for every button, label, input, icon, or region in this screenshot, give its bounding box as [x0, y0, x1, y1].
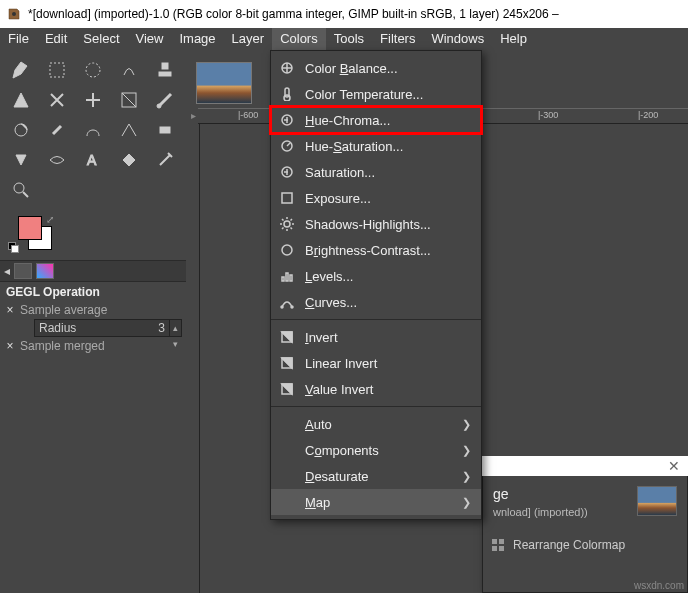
menu-layer[interactable]: Layer [224, 28, 273, 50]
colors-menu-dropdown: Color Balance...Color Temperature...Hue-… [270, 50, 482, 520]
tool-brush[interactable] [148, 86, 182, 114]
menu-item-hue-chroma[interactable]: Hue-Chroma... [271, 107, 481, 133]
default-colors-icon[interactable] [8, 242, 18, 252]
svg-rect-29 [499, 539, 504, 544]
tool-move[interactable] [4, 56, 38, 84]
circle-icon [279, 242, 295, 258]
tool-options-panel: ◂ GEGL Operation × Sample average Radius… [0, 260, 186, 354]
window-title-bar: *[download] (imported)-1.0 (RGB color 8-… [0, 0, 688, 28]
inv-icon [279, 355, 295, 371]
tool-bucket[interactable] [4, 146, 38, 174]
menu-item-label: Hue-Saturation... [305, 139, 471, 154]
vertical-ruler[interactable] [186, 124, 200, 593]
tool-blur[interactable] [40, 146, 74, 174]
menu-edit[interactable]: Edit [37, 28, 75, 50]
menu-file[interactable]: File [0, 28, 37, 50]
panel-title: GEGL Operation [0, 282, 186, 302]
option-sample-merged-label: Sample merged [20, 339, 105, 353]
menu-filters[interactable]: Filters [372, 28, 423, 50]
menu-item-desaturate[interactable]: Desaturate❯ [271, 463, 481, 489]
menu-item-auto[interactable]: Auto❯ [271, 411, 481, 437]
tool-transform[interactable] [76, 86, 110, 114]
close-row-icon[interactable]: × [4, 303, 16, 317]
image-thumbnail[interactable] [196, 62, 252, 104]
blank-icon [279, 416, 295, 432]
close-icon[interactable]: ✕ [668, 458, 680, 474]
menu-windows[interactable]: Windows [423, 28, 492, 50]
menu-item-shadows-highlights[interactable]: Shadows-Highlights... [271, 211, 481, 237]
menu-item-saturation[interactable]: Saturation... [271, 159, 481, 185]
close-row-icon[interactable]: × [4, 339, 16, 353]
spinner-up-icon[interactable]: ▴▾ [169, 320, 181, 336]
tool-crop[interactable] [40, 86, 74, 114]
svg-rect-17 [282, 193, 292, 203]
menu-item-map[interactable]: Map❯ [271, 489, 481, 515]
menu-item-curves[interactable]: Curves... [271, 289, 481, 315]
menu-item-brightness-contrast[interactable]: Brightness-Contrast... [271, 237, 481, 263]
dialog-title-fragment: ge [493, 486, 509, 502]
menu-select[interactable]: Select [75, 28, 127, 50]
menu-item-color-temperature[interactable]: Color Temperature... [271, 81, 481, 107]
tool-path[interactable] [148, 146, 182, 174]
radius-value: 3 [154, 320, 169, 336]
tool-pencil[interactable] [40, 116, 74, 144]
svg-point-18 [284, 221, 290, 227]
tool-fuzzy[interactable] [148, 56, 182, 84]
svg-point-10 [14, 183, 24, 193]
submenu-arrow-icon: ❯ [462, 444, 471, 457]
menu-item-value-invert[interactable]: Value Invert [271, 376, 481, 402]
dock-tab[interactable] [36, 263, 54, 279]
g-icon [279, 164, 295, 180]
tool-gradient[interactable] [4, 116, 38, 144]
radius-spinner[interactable]: Radius 3 ▴▾ [34, 319, 182, 337]
tool-scissors[interactable] [4, 86, 38, 114]
menu-colors[interactable]: Colors [272, 28, 326, 50]
menu-item-label: Brightness-Contrast... [305, 243, 471, 258]
svg-rect-31 [499, 546, 504, 551]
svg-point-13 [284, 95, 290, 101]
menu-item-linear-invert[interactable]: Linear Invert [271, 350, 481, 376]
menu-item-invert[interactable]: Invert [271, 324, 481, 350]
tool-align[interactable] [112, 146, 146, 174]
toolbox: A [0, 50, 186, 204]
square-icon [279, 190, 295, 206]
svg-rect-22 [290, 275, 292, 281]
menu-tools[interactable]: Tools [326, 28, 372, 50]
app-logo-icon [6, 6, 22, 22]
tool-eraser[interactable] [148, 116, 182, 144]
menu-item-label: Linear Invert [305, 356, 471, 371]
tool-smudge[interactable] [76, 116, 110, 144]
menu-image[interactable]: Image [171, 28, 223, 50]
menu-item-hue-saturation[interactable]: Hue-Saturation... [271, 133, 481, 159]
color-indicator[interactable]: ⤢ [8, 216, 50, 252]
menu-item-levels[interactable]: Levels... [271, 263, 481, 289]
menu-item-label: Invert [305, 330, 471, 345]
menu-item-rearrange-colormap[interactable]: Rearrange Colormap [491, 538, 679, 552]
blank-icon [279, 468, 295, 484]
tool-text[interactable]: A [76, 146, 110, 174]
dock-tab[interactable] [14, 263, 32, 279]
tool-ellipse-select[interactable] [76, 56, 110, 84]
tool-free-select[interactable] [112, 56, 146, 84]
dock-tabs[interactable]: ◂ [0, 261, 186, 282]
menu-item-exposure[interactable]: Exposure... [271, 185, 481, 211]
ruler-mark: |-300 [538, 110, 558, 120]
tool-zoom[interactable] [4, 176, 38, 204]
map-submenu-window: ✕ ge wnload] (imported)) Rearrange Color… [482, 475, 688, 593]
tool-cage[interactable] [112, 86, 146, 114]
menu-item-label: Rearrange Colormap [513, 538, 625, 552]
svg-rect-4 [159, 72, 171, 76]
foreground-color[interactable] [18, 216, 42, 240]
swap-colors-icon[interactable]: ⤢ [46, 214, 54, 225]
menu-item-color-balance[interactable]: Color Balance... [271, 55, 481, 81]
menu-item-components[interactable]: Components❯ [271, 437, 481, 463]
menu-help[interactable]: Help [492, 28, 535, 50]
menu-item-label: Shadows-Highlights... [305, 217, 471, 232]
dialog-thumbnail [637, 486, 677, 516]
left-panel: A ⤢ ◂ GEGL Operation × Sample average Ra… [0, 50, 186, 593]
menu-view[interactable]: View [128, 28, 172, 50]
svg-point-24 [291, 306, 293, 308]
tool-rect-select[interactable] [40, 56, 74, 84]
ruler-mark: |-200 [638, 110, 658, 120]
tool-clone[interactable] [112, 116, 146, 144]
